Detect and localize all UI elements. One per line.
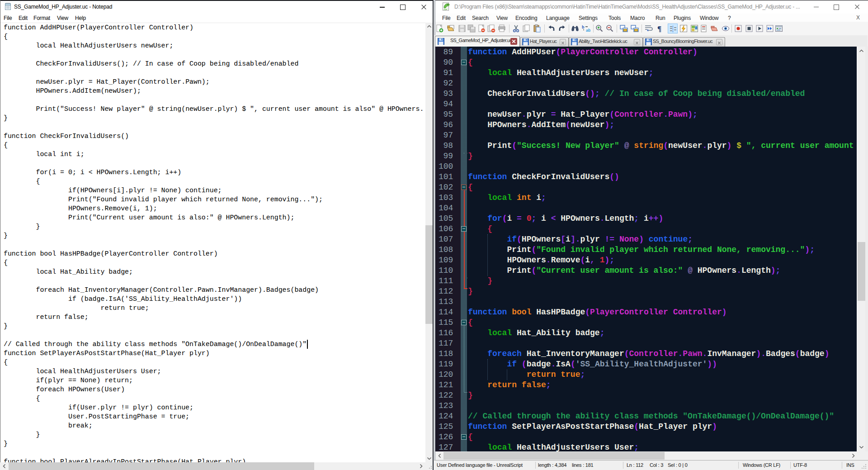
svg-text:¶: ¶ [657, 24, 661, 33]
svg-text:ab: ab [586, 28, 590, 33]
svg-text:b: b [582, 25, 585, 29]
